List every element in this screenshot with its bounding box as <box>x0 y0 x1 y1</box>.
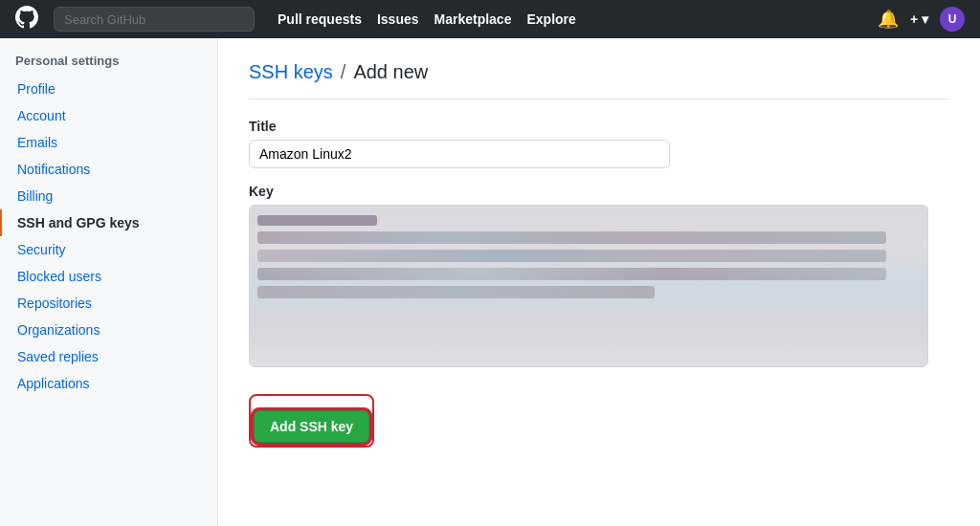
avatar[interactable]: U <box>940 7 965 32</box>
nav-pull-requests[interactable]: Pull requests <box>278 11 362 27</box>
sidebar: Personal settings Profile Account Emails… <box>0 38 218 526</box>
topnav-right-actions: 🔔 + ▾ U <box>878 7 965 32</box>
sidebar-title: Personal settings <box>0 54 217 76</box>
nav-marketplace[interactable]: Marketplace <box>434 11 512 27</box>
sidebar-item-account[interactable]: Account <box>0 102 217 129</box>
nav-links: Pull requests Issues Marketplace Explore <box>278 11 576 27</box>
sidebar-item-billing[interactable]: Billing <box>0 183 217 209</box>
sidebar-item-ssh-gpg-keys[interactable]: SSH and GPG keys <box>0 209 217 236</box>
nav-issues[interactable]: Issues <box>377 11 419 27</box>
sidebar-item-security[interactable]: Security <box>0 236 217 263</box>
key-blurred-content <box>250 206 927 366</box>
sidebar-item-organizations[interactable]: Organizations <box>0 317 217 343</box>
add-ssh-key-button[interactable]: Add SSH key <box>254 410 369 443</box>
title-label: Title <box>249 119 949 134</box>
notification-bell-icon[interactable]: 🔔 <box>878 9 899 30</box>
github-logo-icon[interactable] <box>15 6 38 33</box>
main-content: SSH keys / Add new Title Key Add SSH key <box>218 38 980 526</box>
page-layout: Personal settings Profile Account Emails… <box>0 38 980 526</box>
nav-explore[interactable]: Explore <box>526 11 575 27</box>
add-menu-icon[interactable]: + ▾ <box>910 11 928 27</box>
title-input[interactable] <box>249 140 670 168</box>
top-navigation: Pull requests Issues Marketplace Explore… <box>0 0 980 38</box>
sidebar-item-saved-replies[interactable]: Saved replies <box>0 343 217 370</box>
search-input[interactable] <box>54 7 255 32</box>
sidebar-item-applications[interactable]: Applications <box>0 370 217 397</box>
key-label: Key <box>249 184 949 199</box>
sidebar-item-emails[interactable]: Emails <box>0 129 217 156</box>
sidebar-item-profile[interactable]: Profile <box>0 76 217 102</box>
add-ssh-key-button-wrapper: Add SSH key <box>249 394 374 448</box>
breadcrumb-separator: / <box>341 61 346 83</box>
breadcrumb: SSH keys / Add new <box>249 61 949 99</box>
key-textarea-container[interactable] <box>249 205 928 367</box>
sidebar-item-notifications[interactable]: Notifications <box>0 156 217 183</box>
sidebar-item-blocked-users[interactable]: Blocked users <box>0 263 217 290</box>
key-field-group: Key <box>249 184 949 367</box>
breadcrumb-current: Add new <box>353 61 428 83</box>
title-field-group: Title <box>249 119 949 168</box>
sidebar-item-repositories[interactable]: Repositories <box>0 290 217 317</box>
breadcrumb-ssh-keys-link[interactable]: SSH keys <box>249 61 333 83</box>
